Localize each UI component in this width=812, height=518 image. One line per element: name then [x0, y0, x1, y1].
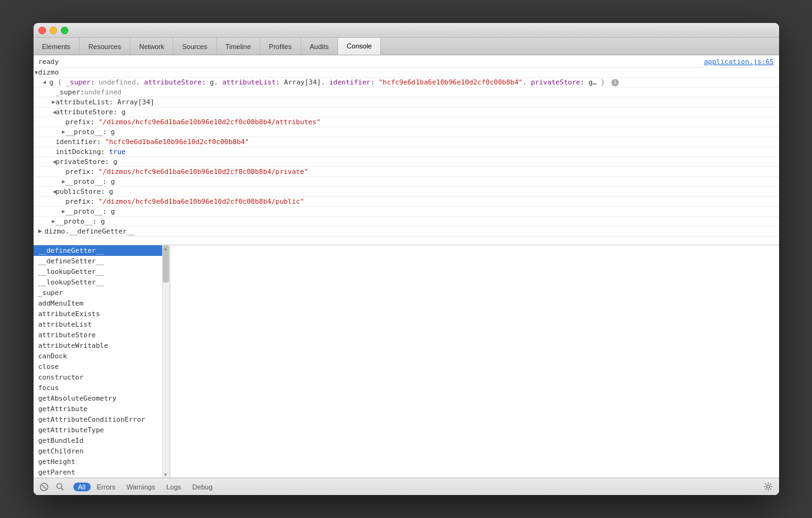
autocomplete-item-1[interactable]: __defineSetter__ [34, 256, 170, 266]
console-input-line: ▶ dizmo.__defineGetter__ [34, 227, 779, 237]
tab-resources[interactable]: Resources [80, 38, 130, 55]
filter-tab-errors[interactable]: Errors [92, 483, 121, 491]
autocomplete-list: __defineGetter__ __defineSetter__ __look… [34, 245, 170, 478]
prop-attr-store-proto-content: __proto__: g [66, 128, 115, 136]
prop-root-proto-content: __proto__: g [56, 217, 105, 225]
attr-list-arrow[interactable]: ▶ [52, 99, 55, 106]
autocomplete-item-21[interactable]: getParent [34, 467, 170, 478]
info-icon[interactable]: i [611, 79, 619, 86]
prop-attr-list-key: attributeList: Array[34] [56, 98, 155, 106]
autocomplete-item-6[interactable]: attributeExists [34, 309, 170, 319]
prop-private-prefix-content: prefix: "/dizmos/hcfc9e6d1ba6e10b96e10d2… [66, 168, 309, 176]
console-area: ready application.js:65 ▶ dizmo ▼ g { _s… [34, 55, 779, 495]
tab-profiles[interactable]: Profiles [260, 38, 301, 55]
input-arrow: ▶ [39, 227, 42, 235]
autocomplete-item-10[interactable]: canDock [34, 351, 170, 361]
maximize-button[interactable] [61, 27, 68, 34]
prop-private-store-content: privateStore: g [56, 158, 117, 166]
root-proto-arrow[interactable]: ▶ [52, 218, 55, 225]
dizmo-line: ▶ dizmo [34, 68, 779, 78]
scroll-up-arrow[interactable]: ▲ [163, 245, 168, 252]
svg-point-4 [767, 485, 770, 488]
autocomplete-item-2[interactable]: __lookupGetter__ [34, 266, 170, 277]
tab-elements[interactable]: Elements [34, 38, 80, 55]
prop-private-store: ▼ privateStore: g [34, 157, 779, 167]
titlebar [34, 23, 779, 38]
prop-attr-store-proto: ▶ __proto__: g [34, 127, 779, 137]
prop-init-docking-content: initDocking: true [56, 148, 126, 156]
filter-tab-debug[interactable]: Debug [188, 483, 217, 491]
prop-super-key: _super: [56, 88, 84, 96]
tab-audits[interactable]: Audits [301, 38, 339, 55]
prop-public-store-content: publicStore: g [56, 188, 114, 196]
console-input-text[interactable]: dizmo.__defineGetter__ [45, 227, 135, 235]
autocomplete-item-9[interactable]: attributeWritable [34, 340, 170, 351]
tab-timeline[interactable]: Timeline [217, 38, 260, 55]
prop-private-proto-content: __proto__: g [66, 178, 115, 186]
prop-super-val: undefined [84, 88, 122, 96]
prop-attr-store-key: attributeStore: g [56, 108, 126, 116]
scroll-down-arrow[interactable]: ▼ [163, 471, 168, 478]
autocomplete-item-5[interactable]: addMenuItem [34, 298, 170, 309]
private-store-proto-arrow[interactable]: ▶ [62, 178, 65, 185]
prop-private-store-prefix: prefix: "/dizmos/hcfc9e6d1ba6e10b96e10d2… [34, 167, 779, 177]
scrollbar-track[interactable]: ▲ ▼ [162, 245, 170, 478]
private-store-arrow[interactable]: ▼ [50, 160, 57, 163]
attr-store-proto-arrow[interactable]: ▶ [62, 129, 65, 135]
svg-point-2 [57, 483, 62, 488]
search-button[interactable] [55, 481, 66, 493]
autocomplete-item-17[interactable]: getAttributeType [34, 425, 170, 435]
autocomplete-item-18[interactable]: getBundleId [34, 435, 170, 446]
prop-init-docking: initDocking: true [34, 147, 779, 157]
autocomplete-item-11[interactable]: close [34, 361, 170, 372]
autocomplete-item-7[interactable]: attributeList [34, 319, 170, 330]
autocomplete-item-15[interactable]: getAttribute [34, 404, 170, 414]
autocomplete-item-14[interactable]: getAbsoluteGeometry [34, 393, 170, 404]
file-link[interactable]: application.js:65 [704, 58, 774, 66]
public-store-proto-arrow[interactable]: ▶ [62, 208, 65, 215]
svg-line-3 [61, 488, 63, 490]
autocomplete-item-20[interactable]: getHeight [34, 457, 170, 467]
g-summary-line: ▼ g { _super: undefined, attributeStore:… [34, 78, 779, 88]
dizmo-expand-arrow[interactable]: ▶ [34, 71, 40, 75]
autocomplete-item-13[interactable]: focus [34, 383, 170, 393]
public-store-arrow[interactable]: ▼ [50, 190, 57, 193]
tab-network[interactable]: Network [130, 38, 173, 55]
ready-text: ready [39, 58, 59, 66]
autocomplete-item-12[interactable]: constructor [34, 372, 170, 383]
filter-tab-warnings[interactable]: Warnings [122, 483, 160, 491]
clear-console-button[interactable] [39, 481, 50, 493]
ready-log-line: ready application.js:65 [34, 57, 779, 68]
prop-public-store-prefix: prefix: "/dizmos/hcfc9e6d1ba6e10b96e10d2… [34, 197, 779, 207]
traffic-lights [39, 27, 68, 34]
tab-console[interactable]: Console [338, 38, 381, 55]
tab-sources[interactable]: Sources [173, 38, 216, 55]
autocomplete-container: __defineGetter__ __defineSetter__ __look… [34, 245, 779, 478]
devtools-window: Elements Resources Network Sources Timel… [34, 23, 779, 495]
prop-identifier: identifier: "hcfc9e6d1ba6e10b96e10d2cf0c… [34, 137, 779, 147]
prop-public-prefix-content: prefix: "/dizmos/hcfc9e6d1ba6e10b96e10d2… [66, 198, 304, 206]
close-button[interactable] [39, 27, 46, 34]
prop-attr-store-prefix-content: prefix: "/dizmos/hcfc9e6d1ba6e10b96e10d2… [66, 118, 321, 126]
prop-attribute-store: ▼ attributeStore: g [34, 107, 779, 117]
filter-tab-logs[interactable]: Logs [162, 483, 186, 491]
g-summary: g { _super: undefined, attributeStore: g… [50, 78, 619, 86]
console-bottom-bar: All Errors Warnings Logs Debug [34, 478, 779, 495]
tabs-bar: Elements Resources Network Sources Timel… [34, 38, 779, 55]
autocomplete-item-8[interactable]: attributeStore [34, 330, 170, 340]
filter-tab-all[interactable]: All [73, 483, 91, 491]
autocomplete-item-16[interactable]: getAttributeConditionError [34, 414, 170, 425]
prop-private-store-proto: ▶ __proto__: g [34, 177, 779, 187]
autocomplete-item-0[interactable]: __defineGetter__ [34, 245, 170, 256]
autocomplete-item-3[interactable]: __lookupSetter__ [34, 277, 170, 288]
minimize-button[interactable] [50, 27, 57, 34]
autocomplete-item-19[interactable]: getChildren [34, 446, 170, 457]
prop-identifier-content: identifier: "hcfc9e6d1ba6e10b96e10d2cf0c… [56, 138, 249, 146]
settings-button[interactable] [763, 481, 774, 493]
attr-store-arrow[interactable]: ▼ [50, 111, 57, 114]
prop-attr-store-prefix: prefix: "/dizmos/hcfc9e6d1ba6e10b96e10d2… [34, 117, 779, 127]
autocomplete-item-4[interactable]: _super [34, 288, 170, 298]
prop-super: _super: undefined [34, 88, 779, 98]
g-expand-arrow[interactable]: ▼ [40, 81, 47, 84]
prop-attribute-list: ▶ attributeList: Array[34] [34, 98, 779, 107]
